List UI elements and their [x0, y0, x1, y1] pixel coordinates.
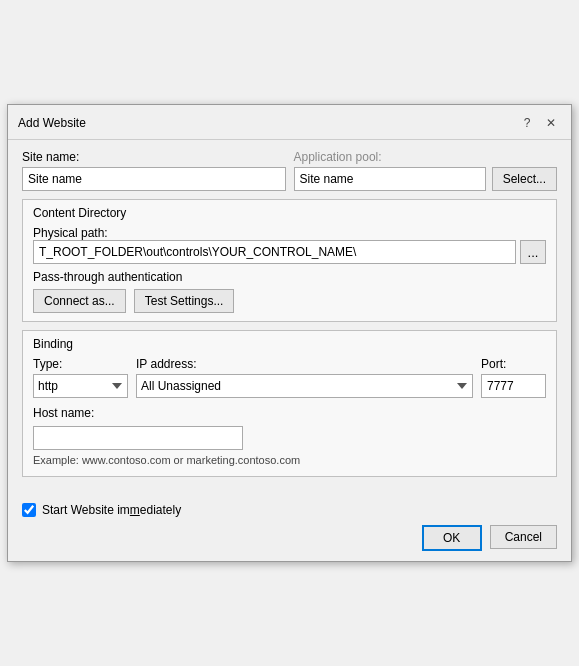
title-bar-left: Add Website	[18, 116, 86, 130]
ip-group: IP address: All Unassigned	[136, 357, 473, 398]
passthrough-label: Pass-through authentication	[33, 270, 546, 284]
site-name-input[interactable]	[22, 167, 286, 191]
binding-fields-row: Type: http https ftp IP address: All Una…	[33, 357, 546, 398]
port-label: Port:	[481, 357, 546, 371]
site-name-label: Site name:	[22, 150, 286, 164]
auth-buttons-row: Connect as... Test Settings...	[33, 289, 546, 313]
start-website-checkbox[interactable]	[22, 503, 36, 517]
footer: Start Website immediately OK Cancel	[8, 495, 571, 561]
start-website-row: Start Website immediately	[22, 503, 557, 517]
content-directory-title: Content Directory	[33, 206, 546, 220]
content-directory-section: Content Directory Physical path: ... Pas…	[22, 199, 557, 322]
ok-button[interactable]: OK	[422, 525, 482, 551]
ok-cancel-row: OK Cancel	[22, 525, 557, 551]
start-website-underline: m	[130, 503, 140, 517]
help-button[interactable]: ?	[517, 113, 537, 133]
ip-label: IP address:	[136, 357, 473, 371]
port-input[interactable]	[481, 374, 546, 398]
test-settings-button[interactable]: Test Settings...	[134, 289, 235, 313]
type-select[interactable]: http https ftp	[33, 374, 128, 398]
app-pool-group: Application pool: Select...	[294, 150, 558, 191]
binding-section: Binding Type: http https ftp IP address:…	[22, 330, 557, 477]
ip-select[interactable]: All Unassigned	[136, 374, 473, 398]
binding-title: Binding	[33, 337, 546, 351]
site-name-group: Site name:	[22, 150, 286, 191]
type-label: Type:	[33, 357, 128, 371]
physical-path-input[interactable]	[33, 240, 516, 264]
port-group: Port:	[481, 357, 546, 398]
top-fields: Site name: Application pool: Select...	[22, 150, 557, 191]
select-button[interactable]: Select...	[492, 167, 557, 191]
title-bar-right: ? ✕	[517, 113, 561, 133]
browse-button[interactable]: ...	[520, 240, 546, 264]
host-name-input[interactable]	[33, 426, 243, 450]
dialog-title: Add Website	[18, 116, 86, 130]
physical-path-label: Physical path:	[33, 226, 108, 240]
start-website-label[interactable]: Start Website immediately	[42, 503, 181, 517]
host-name-label: Host name:	[33, 406, 546, 420]
host-name-group: Host name:	[33, 406, 546, 450]
close-button[interactable]: ✕	[541, 113, 561, 133]
physical-path-row: ...	[33, 240, 546, 264]
connect-as-button[interactable]: Connect as...	[33, 289, 126, 313]
example-text: Example: www.contoso.com or marketing.co…	[33, 454, 546, 466]
app-pool-row: Select...	[294, 167, 558, 191]
add-website-dialog: Add Website ? ✕ Site name: Application p…	[7, 104, 572, 562]
cancel-button[interactable]: Cancel	[490, 525, 557, 549]
dialog-body: Site name: Application pool: Select... C…	[8, 140, 571, 495]
title-bar: Add Website ? ✕	[8, 105, 571, 140]
app-pool-input[interactable]	[294, 167, 486, 191]
app-pool-label: Application pool:	[294, 150, 558, 164]
type-group: Type: http https ftp	[33, 357, 128, 398]
